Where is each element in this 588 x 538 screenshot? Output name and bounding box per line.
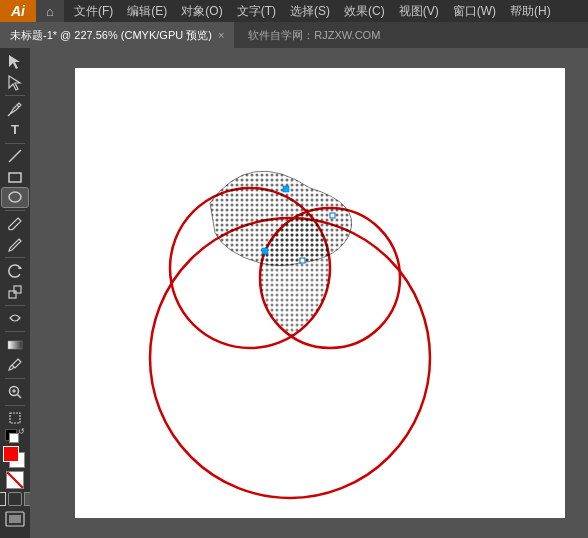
svg-line-2 xyxy=(8,114,10,116)
svg-line-11 xyxy=(18,394,22,398)
pencil-tool[interactable] xyxy=(2,235,28,255)
artboard-tool[interactable] xyxy=(2,408,28,428)
separator-2 xyxy=(5,143,25,144)
scale-tool[interactable] xyxy=(2,282,28,302)
canvas-area[interactable] xyxy=(30,48,588,538)
draw-normal[interactable] xyxy=(0,492,6,506)
screen-mode[interactable] xyxy=(5,511,25,530)
rotate-tool[interactable] xyxy=(2,261,28,281)
zoom-tool[interactable] xyxy=(2,382,28,402)
selection-tool[interactable] xyxy=(2,52,28,72)
separator-4 xyxy=(5,257,25,258)
pen-tool[interactable] xyxy=(2,99,28,119)
tab-inactive-label: 软件自学网：RJZXW.COM xyxy=(248,28,380,43)
paintbrush-tool[interactable] xyxy=(2,214,28,234)
direct-selection-tool[interactable] xyxy=(2,73,28,93)
tab-active-label: 未标题-1* @ 227.56% (CMYK/GPU 预览) xyxy=(10,28,212,43)
artboard-svg xyxy=(30,48,588,538)
toolbar: T xyxy=(0,48,30,538)
menu-file[interactable]: 文件(F) xyxy=(68,1,119,22)
svg-rect-26 xyxy=(283,186,289,192)
menu-view[interactable]: 视图(V) xyxy=(393,1,445,22)
menu-help[interactable]: 帮助(H) xyxy=(504,1,557,22)
svg-rect-7 xyxy=(9,291,16,298)
draw-behind[interactable] xyxy=(8,492,22,506)
separator-8 xyxy=(5,405,25,406)
separator-6 xyxy=(5,331,25,332)
svg-rect-28 xyxy=(300,258,305,263)
menu-window[interactable]: 窗口(W) xyxy=(447,1,502,22)
gradient-tool[interactable] xyxy=(2,335,28,355)
fill-stroke-swatch[interactable] xyxy=(3,446,27,468)
svg-rect-27 xyxy=(262,248,268,254)
separator-3 xyxy=(5,210,25,211)
none-swatch[interactable] xyxy=(6,471,24,489)
menu-object[interactable]: 对象(O) xyxy=(175,1,228,22)
tab-inactive[interactable]: 软件自学网：RJZXW.COM xyxy=(234,22,394,48)
menu-items: 文件(F) 编辑(E) 对象(O) 文字(T) 选择(S) 效果(C) 视图(V… xyxy=(64,1,561,22)
svg-rect-9 xyxy=(8,341,22,349)
svg-rect-16 xyxy=(9,515,21,523)
svg-rect-29 xyxy=(330,213,335,218)
type-tool[interactable]: T xyxy=(2,120,28,140)
tab-close-button[interactable]: × xyxy=(218,29,224,41)
svg-rect-8 xyxy=(14,286,21,293)
main-layout: T xyxy=(0,48,588,538)
menubar: Ai ⌂ 文件(F) 编辑(E) 对象(O) 文字(T) 选择(S) 效果(C)… xyxy=(0,0,588,22)
none-mode-row xyxy=(6,471,24,489)
app-logo[interactable]: Ai xyxy=(0,0,36,22)
svg-rect-4 xyxy=(9,173,21,182)
menu-edit[interactable]: 编辑(E) xyxy=(121,1,173,22)
eyedropper-tool[interactable] xyxy=(2,355,28,375)
svg-marker-1 xyxy=(9,76,20,90)
svg-line-3 xyxy=(9,150,21,162)
separator-7 xyxy=(5,378,25,379)
warp-tool[interactable] xyxy=(2,308,28,328)
reset-colors[interactable]: ↺ xyxy=(5,429,25,443)
line-tool[interactable] xyxy=(2,146,28,166)
svg-marker-0 xyxy=(9,55,20,69)
svg-rect-14 xyxy=(10,413,20,423)
menu-select[interactable]: 选择(S) xyxy=(284,1,336,22)
menu-text[interactable]: 文字(T) xyxy=(231,1,282,22)
tabbar: 未标题-1* @ 227.56% (CMYK/GPU 预览) × 软件自学网：R… xyxy=(0,22,588,48)
separator-1 xyxy=(5,95,25,96)
tab-active[interactable]: 未标题-1* @ 227.56% (CMYK/GPU 预览) × xyxy=(0,22,234,48)
fill-color[interactable] xyxy=(3,446,19,462)
ellipse-tool[interactable] xyxy=(2,188,28,208)
separator-5 xyxy=(5,305,25,306)
home-button[interactable]: ⌂ xyxy=(36,0,64,22)
menu-effect[interactable]: 效果(C) xyxy=(338,1,391,22)
rectangle-tool[interactable] xyxy=(2,167,28,187)
svg-point-5 xyxy=(9,192,21,202)
